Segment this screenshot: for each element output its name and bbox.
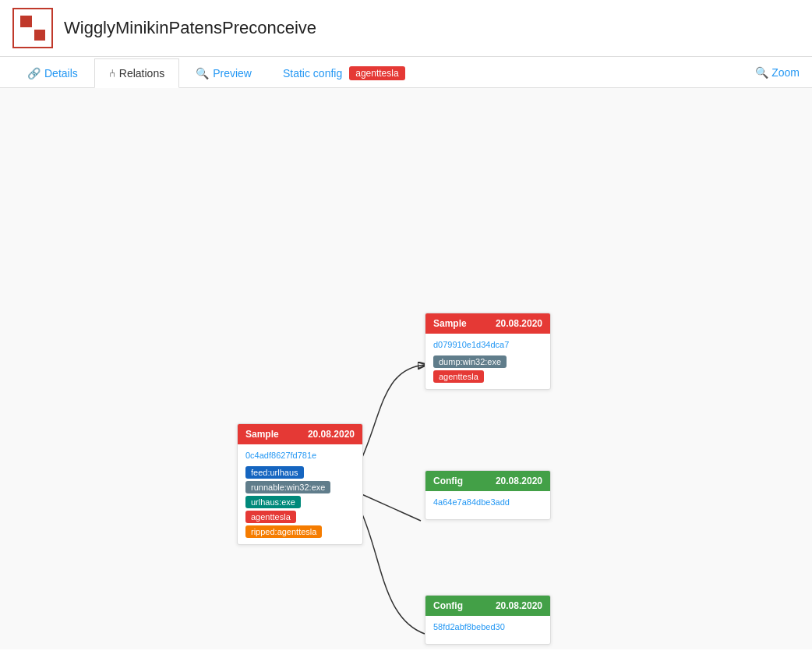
left-sample-body: 0c4adf8627fd781e feed:urlhaus runnable:w… [238, 444, 362, 544]
tag-urlhaus-exe: urlhaus:exe [245, 496, 301, 508]
left-sample-tags: feed:urlhaus runnable:win32:exe urlhaus:… [245, 466, 355, 538]
svg-line-0 [360, 493, 421, 521]
bot-right-config-header: Config 20.08.2020 [425, 596, 550, 616]
tag-dump-win32-exe: dump:win32:exe [433, 355, 507, 368]
tab-details[interactable]: 🔗 Details [12, 58, 93, 87]
logo-block-4 [34, 30, 46, 41]
connector-lines [0, 88, 812, 649]
wifi-icon: 🔗 [27, 67, 41, 80]
top-right-sample-hash[interactable]: d079910e1d34dca7 [433, 340, 542, 349]
mid-right-config-node[interactable]: Config 20.08.2020 4a64e7a84dbe3add [425, 470, 551, 520]
logo-block-2 [34, 16, 46, 27]
top-right-sample-header: Sample 20.08.2020 [425, 313, 550, 334]
hierarchy-icon: ⑃ [109, 67, 115, 80]
left-sample-hash[interactable]: 0c4adf8627fd781e [245, 451, 355, 460]
tag-top-agenttesla: agenttesla [433, 370, 484, 383]
tag-agenttesla: agenttesla [245, 511, 296, 523]
top-right-sample-tags: dump:win32:exe agenttesla [433, 355, 542, 383]
tab-bar: 🔗 Details ⑃ Relations 🔍 Preview Static c… [0, 57, 812, 88]
mid-right-config-body: 4a64e7a84dbe3add [425, 491, 550, 519]
tag-runnable-win32: runnable:win32:exe [245, 481, 330, 493]
app-logo [12, 8, 53, 48]
logo-block-3 [20, 30, 32, 41]
tab-static-config[interactable]: Static config agenttesla [268, 58, 420, 88]
mid-right-config-hash[interactable]: 4a64e7a84dbe3add [433, 497, 542, 507]
bot-right-config-node[interactable]: Config 20.08.2020 58fd2abf8bebed30 [425, 595, 551, 645]
left-sample-header: Sample 20.08.2020 [238, 424, 362, 444]
graph-area: Sample 20.08.2020 0c4adf8627fd781e feed:… [0, 88, 812, 649]
tag-feed-urlhaus: feed:urlhaus [245, 466, 304, 479]
bot-right-config-body: 58fd2abf8bebed30 [425, 616, 550, 644]
tag-ripped-agenttesla: ripped:agenttesla [245, 525, 322, 538]
zoom-button[interactable]: 🔍 Zoom [755, 66, 800, 79]
zoom-search-icon: 🔍 [755, 66, 768, 79]
left-sample-node[interactable]: Sample 20.08.2020 0c4adf8627fd781e feed:… [237, 423, 363, 545]
app-header: WigglyMinikinPatensPreconceive [0, 0, 812, 57]
bot-right-config-hash[interactable]: 58fd2abf8bebed30 [433, 622, 542, 631]
tab-preview[interactable]: 🔍 Preview [181, 58, 267, 87]
top-right-sample-node[interactable]: Sample 20.08.2020 d079910e1d34dca7 dump:… [425, 313, 551, 390]
tab-relations[interactable]: ⑃ Relations [94, 58, 179, 88]
top-right-sample-body: d079910e1d34dca7 dump:win32:exe agenttes… [425, 334, 550, 389]
search-icon: 🔍 [196, 67, 209, 80]
mid-right-config-header: Config 20.08.2020 [425, 471, 550, 491]
logo-block-1 [20, 16, 32, 27]
app-title: WigglyMinikinPatensPreconceive [64, 18, 316, 38]
static-config-badge: agenttesla [349, 66, 404, 80]
main-content: Sample 20.08.2020 0c4adf8627fd781e feed:… [0, 88, 812, 649]
